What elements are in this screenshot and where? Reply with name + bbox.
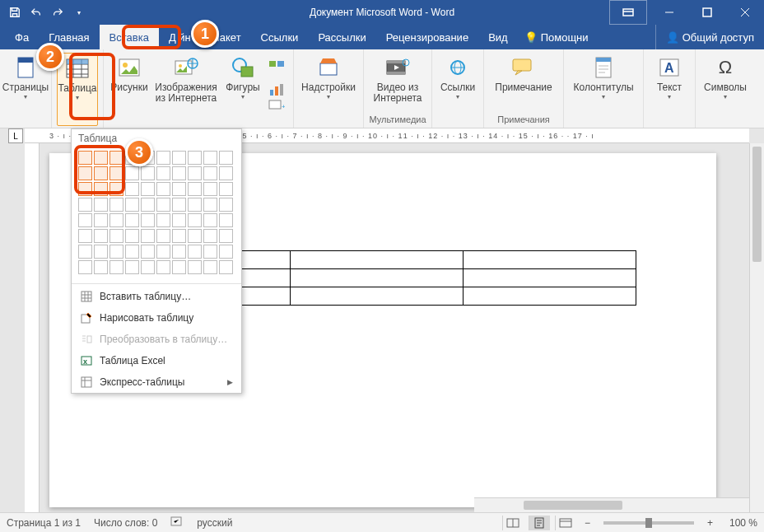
grid-cell[interactable] [188,151,202,165]
headerfooter-button[interactable]: Колонтитулы ▾ [569,53,638,126]
grid-cell[interactable] [125,260,139,274]
ribbon-display-options-icon[interactable] [609,0,647,25]
vertical-scrollbar[interactable] [749,143,764,512]
zoom-slider[interactable] [603,521,694,525]
tab-references[interactable]: Ссылки [251,25,309,49]
grid-cell[interactable] [219,198,233,212]
shapes-button[interactable]: Фигуры ▾ [222,53,263,126]
grid-cell[interactable] [219,245,233,259]
grid-cell[interactable] [94,198,108,212]
comment-button[interactable]: Примечание [489,53,558,114]
online-video-button[interactable]: Видео из Интернета [369,53,426,114]
pictures-button[interactable]: Рисунки [109,53,150,126]
qa-customize-icon[interactable]: ▾ [69,2,89,22]
undo-icon[interactable] [26,2,46,22]
table-button[interactable]: Таблица ▾ [57,53,98,126]
zoom-out-button[interactable]: − [581,517,594,529]
grid-cell[interactable] [219,182,233,196]
tab-insert[interactable]: Вставка [100,25,159,49]
grid-cell[interactable] [156,213,170,227]
grid-cell[interactable] [141,245,155,259]
view-print-layout[interactable] [529,516,550,530]
grid-cell[interactable] [188,198,202,212]
grid-cell[interactable] [109,260,123,274]
text-button[interactable]: A Текст ▾ [649,53,690,126]
status-page[interactable]: Страница 1 из 1 [7,517,81,529]
grid-cell[interactable] [203,198,217,212]
grid-cell[interactable] [125,182,139,196]
links-button[interactable]: Ссылки ▾ [437,53,478,126]
grid-cell[interactable] [156,198,170,212]
share-button[interactable]: 👤 Общий доступ [655,25,764,49]
tab-file[interactable]: Фа [5,25,39,49]
grid-cell[interactable] [203,260,217,274]
grid-cell[interactable] [94,182,108,196]
grid-cell[interactable] [109,213,123,227]
grid-cell[interactable] [188,166,202,180]
grid-cell[interactable] [156,182,170,196]
grid-cell[interactable] [109,182,123,196]
grid-cell[interactable] [125,245,139,259]
grid-cell[interactable] [94,213,108,227]
horizontal-scrollbar[interactable] [474,497,749,512]
close-button[interactable] [726,0,764,25]
grid-cell[interactable] [125,213,139,227]
grid-cell[interactable] [109,198,123,212]
grid-cell[interactable] [109,245,123,259]
maximize-button[interactable] [688,0,726,25]
grid-cell[interactable] [172,260,186,274]
grid-cell[interactable] [141,182,155,196]
minimize-button[interactable] [650,0,688,25]
grid-cell[interactable] [156,229,170,243]
grid-cell[interactable] [94,166,108,180]
view-read-mode[interactable] [502,516,524,530]
grid-cell[interactable] [78,245,92,259]
grid-cell[interactable] [203,213,217,227]
table-grid-picker[interactable] [72,147,241,282]
grid-cell[interactable] [203,245,217,259]
view-web-layout[interactable] [555,516,576,530]
menu-insert-table[interactable]: Вставить таблицу… [72,286,241,307]
redo-icon[interactable] [48,2,68,22]
grid-cell[interactable] [219,229,233,243]
grid-cell[interactable] [78,198,92,212]
grid-cell[interactable] [219,213,233,227]
grid-cell[interactable] [172,166,186,180]
grid-cell[interactable] [141,260,155,274]
grid-cell[interactable] [94,229,108,243]
grid-cell[interactable] [94,245,108,259]
grid-cell[interactable] [203,151,217,165]
grid-cell[interactable] [219,166,233,180]
tab-view[interactable]: Вид [478,25,518,49]
grid-cell[interactable] [78,166,92,180]
grid-cell[interactable] [203,229,217,243]
grid-cell[interactable] [188,213,202,227]
menu-excel-table[interactable]: x Таблица Excel [72,350,241,371]
grid-cell[interactable] [219,151,233,165]
grid-cell[interactable] [141,213,155,227]
grid-cell[interactable] [78,151,92,165]
grid-cell[interactable] [109,166,123,180]
grid-cell[interactable] [125,166,139,180]
grid-cell[interactable] [156,245,170,259]
menu-quick-tables[interactable]: Экспресс-таблицы ▶ [72,371,241,393]
grid-cell[interactable] [172,198,186,212]
grid-cell[interactable] [188,245,202,259]
tab-review[interactable]: Рецензирование [376,25,478,49]
grid-cell[interactable] [141,198,155,212]
grid-cell[interactable] [203,166,217,180]
grid-cell[interactable] [141,229,155,243]
tab-stop-selector[interactable]: L [8,128,23,143]
grid-cell[interactable] [156,151,170,165]
tab-mailings[interactable]: Рассылки [308,25,375,49]
illustrations-more-button[interactable]: + [265,53,288,126]
grid-cell[interactable] [203,182,217,196]
grid-cell[interactable] [188,182,202,196]
grid-cell[interactable] [172,151,186,165]
grid-cell[interactable] [156,166,170,180]
save-icon[interactable] [5,2,25,22]
tell-me-search[interactable]: 💡 Помощни [524,25,589,49]
grid-cell[interactable] [125,229,139,243]
online-pictures-button[interactable]: Изображения из Интернета [151,53,221,126]
grid-cell[interactable] [109,151,123,165]
